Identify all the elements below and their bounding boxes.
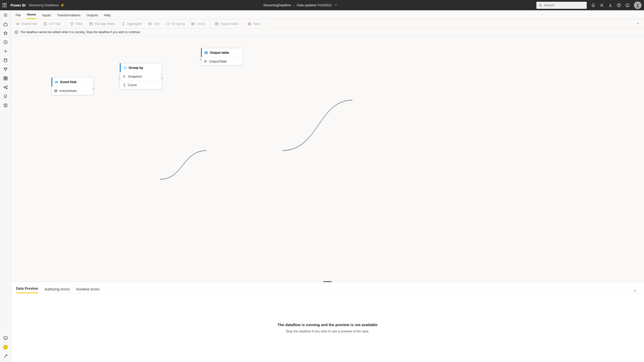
svg-rect-33 bbox=[55, 81, 56, 83]
settings-icon[interactable] bbox=[600, 3, 604, 7]
ribbon-manage-fields-label: Manage fields bbox=[95, 22, 115, 26]
book-icon[interactable] bbox=[3, 103, 8, 108]
expand-icon[interactable] bbox=[3, 354, 8, 358]
trophy-icon[interactable] bbox=[3, 67, 8, 72]
manage-fields-icon bbox=[89, 22, 93, 26]
waffle-menu[interactable] bbox=[3, 3, 7, 8]
svg-rect-28 bbox=[192, 24, 193, 25]
node-output-table-row1: OutputTable bbox=[209, 59, 227, 63]
svg-point-6 bbox=[628, 5, 628, 5]
svg-point-16 bbox=[6, 88, 7, 89]
database-icon[interactable] bbox=[3, 58, 8, 63]
tab-inputs[interactable]: Inputs bbox=[42, 11, 51, 19]
svg-rect-18 bbox=[17, 23, 18, 25]
help-icon[interactable] bbox=[617, 3, 621, 7]
updated-text: Data updated 7/14/2021 bbox=[297, 3, 332, 7]
node-event-hub[interactable]: Event Hub entrystream bbox=[51, 77, 94, 95]
tab-file[interactable]: File bbox=[16, 11, 21, 19]
home-icon[interactable] bbox=[3, 22, 8, 26]
table-icon bbox=[54, 89, 58, 93]
canvas[interactable]: Event Hub entrystream Group by bbox=[11, 36, 644, 282]
input-port[interactable] bbox=[200, 58, 202, 61]
ribbon-event-hub-label: Event Hub bbox=[22, 22, 37, 26]
svg-rect-12 bbox=[4, 79, 5, 80]
avatar[interactable] bbox=[634, 2, 641, 9]
svg-point-1 bbox=[601, 5, 603, 6]
monitor-icon[interactable] bbox=[3, 336, 8, 340]
svg-point-32 bbox=[16, 31, 16, 31]
ribbon-save: Save bbox=[245, 19, 263, 28]
output-port[interactable] bbox=[93, 88, 95, 90]
node-group-by-title: Group by bbox=[129, 66, 143, 70]
header: Power BI Streaming Dataflows ⚡ Streaming… bbox=[0, 0, 644, 10]
ribbon-join-label: Join bbox=[154, 22, 160, 26]
iot-hub-icon bbox=[43, 22, 47, 26]
workspace-name: Streaming Dataflows bbox=[29, 3, 59, 7]
bp-tab-runtime[interactable]: Runtime errors bbox=[76, 285, 100, 293]
bp-message-sub: Stop the dataflow if you wish to see a p… bbox=[286, 329, 369, 333]
ribbon-group-by: Group by bbox=[163, 19, 187, 28]
output-table-icon bbox=[204, 51, 208, 54]
rocket-icon[interactable] bbox=[3, 94, 8, 99]
group-by-icon bbox=[166, 22, 170, 26]
tab-help[interactable]: Help bbox=[104, 11, 111, 19]
event-hub-icon bbox=[55, 80, 58, 84]
header-center: StreamingDataflow | Data updated 7/14/20… bbox=[64, 3, 536, 7]
svg-point-15 bbox=[6, 86, 7, 87]
ribbon-output-table-label: Output table bbox=[220, 22, 238, 26]
plus-icon[interactable] bbox=[3, 49, 8, 53]
tab-home[interactable]: Home bbox=[27, 11, 36, 19]
node-group-by[interactable]: Group by Snapshot Count bbox=[120, 63, 162, 89]
tab-outputs[interactable]: Outputs bbox=[86, 11, 98, 19]
infobar-text: The dataflow cannot be edited while it i… bbox=[20, 30, 141, 34]
bottom-panel-tabs: Data Preview Authoring errors Runtime er… bbox=[11, 282, 644, 293]
svg-point-14 bbox=[4, 87, 5, 88]
svg-point-35 bbox=[123, 76, 125, 77]
apps-icon[interactable] bbox=[3, 76, 8, 81]
event-hub-icon bbox=[16, 22, 20, 26]
tabs-bar: File Home Inputs Transformations Outputs… bbox=[11, 10, 644, 19]
aggregate-icon bbox=[121, 22, 125, 26]
bottom-panel-chevron[interactable] bbox=[631, 289, 639, 293]
svg-point-23 bbox=[46, 25, 47, 25]
info-icon bbox=[15, 30, 18, 34]
input-port[interactable] bbox=[119, 77, 121, 79]
svg-rect-34 bbox=[55, 90, 57, 92]
svg-rect-30 bbox=[215, 23, 218, 25]
hamburger-icon[interactable] bbox=[3, 13, 8, 17]
notification-icon[interactable] bbox=[591, 3, 595, 7]
star-icon[interactable] bbox=[3, 31, 8, 35]
tab-transformations[interactable]: Transformations bbox=[57, 11, 80, 19]
svg-point-20 bbox=[44, 22, 44, 23]
svg-point-5 bbox=[627, 5, 627, 5]
svg-point-4 bbox=[626, 4, 629, 7]
union-icon bbox=[191, 22, 195, 26]
infobar: The dataflow cannot be edited while it i… bbox=[11, 28, 644, 36]
search-input[interactable] bbox=[544, 3, 584, 7]
bp-tab-preview[interactable]: Data Preview bbox=[16, 284, 38, 293]
download-icon[interactable] bbox=[608, 3, 612, 7]
node-event-hub-title: Event Hub bbox=[60, 80, 76, 84]
output-port[interactable] bbox=[161, 77, 163, 79]
search-box[interactable] bbox=[536, 2, 587, 9]
share-icon[interactable] bbox=[3, 85, 8, 90]
node-output-table[interactable]: Output table OutputTable bbox=[201, 48, 243, 66]
drag-handle[interactable] bbox=[323, 281, 332, 282]
svg-rect-10 bbox=[4, 77, 5, 78]
left-nav bbox=[0, 10, 11, 362]
ribbon-union-label: Union bbox=[197, 22, 205, 26]
workspace-badge[interactable] bbox=[3, 345, 8, 349]
svg-point-9 bbox=[4, 58, 7, 60]
feedback-icon[interactable] bbox=[625, 3, 629, 7]
svg-rect-29 bbox=[194, 23, 195, 24]
chevron-down-icon[interactable] bbox=[334, 3, 337, 7]
separator: | bbox=[293, 3, 294, 7]
svg-rect-27 bbox=[192, 23, 193, 24]
filter-icon bbox=[70, 22, 74, 26]
svg-point-3 bbox=[619, 6, 619, 7]
ribbon-chevron[interactable] bbox=[634, 22, 641, 26]
recent-icon[interactable] bbox=[3, 40, 8, 44]
bp-tab-authoring[interactable]: Authoring errors bbox=[44, 285, 70, 293]
bolt-icon: ⚡ bbox=[60, 3, 64, 7]
node-group-by-row1: Snapshot bbox=[128, 75, 142, 78]
